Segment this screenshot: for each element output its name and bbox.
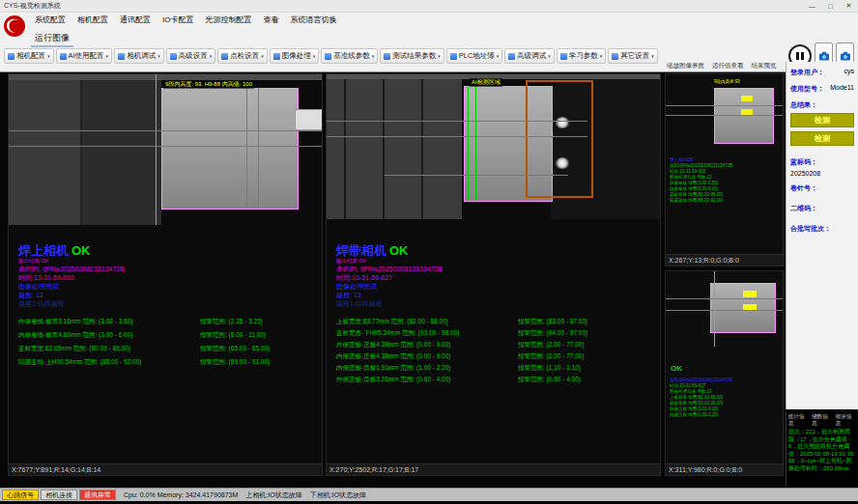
bluecode-value: 20250208: [790, 170, 854, 177]
toolbar-item-icon: [170, 53, 177, 60]
title-bar: CYS-视觉检测系统 — □ ✕: [0, 0, 858, 13]
measure-line-green: [327, 121, 587, 122]
mini-line: 陆露蓝线 范围(88.00-92.00): [670, 198, 732, 204]
tab-run-values[interactable]: 运行值查看: [712, 62, 744, 70]
status-badge: OK: [671, 364, 682, 373]
tab-zoom-image[interactable]: 缩放图像界面: [667, 62, 704, 70]
menu-item-io-config[interactable]: IO卡配置: [157, 14, 199, 25]
toolbar-item-ai-config[interactable]: AI使用配置▾: [56, 48, 113, 64]
toolbar-item-learning-params[interactable]: 学习参数▾: [557, 48, 607, 64]
toolbar-item-icon: [560, 53, 567, 60]
output-result: 输出结果:OK: [336, 258, 657, 265]
close-button[interactable]: ✕: [840, 0, 858, 12]
menu-item-language-switch[interactable]: 系统语言切换: [284, 14, 342, 25]
status-bar: 心跳信号 相机连接 通讯异常 Cpu: 0.0% Memory: 3424.41…: [0, 488, 858, 501]
app-window: CYS-视觉检测系统 — □ ✕ 系统配置 相机配置 通讯配置 IO卡配置 光源…: [0, 0, 858, 504]
measurement-row: 外侧正极-负极3.26mm 范围: (0.60 - 4.00)报警范围: (0.…: [336, 376, 657, 383]
chevron-down-icon: ▾: [651, 53, 654, 59]
toolbar-item-image-process[interactable]: 图像处理▾: [270, 48, 320, 64]
overlay-label: 9段内高度:93: [712, 79, 742, 84]
toolbar-item-camera-config[interactable]: 相机配置▾: [4, 48, 54, 64]
menu-item-system-config[interactable]: 系统配置: [29, 14, 72, 25]
mini-view-top[interactable]: 9段内高度:93 焊上相机OK 条码:0Ffiiw202502081331347…: [665, 73, 784, 266]
barcode-text: 条码码: 0Ffiiw2025020813313472B: [336, 265, 657, 273]
heartbeat-indicator: 心跳信号: [2, 490, 39, 500]
toolbar-item-spot-check[interactable]: 点检设置▾: [217, 48, 268, 64]
menu-bar: 系统配置 相机配置 通讯配置 IO卡配置 光源控制配置 查看 系统语言切换: [29, 13, 342, 26]
menu-item-comm-config[interactable]: 通讯配置: [114, 14, 157, 25]
tab-stats-info[interactable]: 统计信息: [788, 413, 809, 427]
measurement-row: 内侧正极-正极4.38mm 范围: (0.00 - 9.00)报警范围: (2.…: [336, 352, 657, 360]
camera-name: 焊上相机: [18, 243, 69, 258]
toolbar-item-icon: [221, 53, 228, 60]
output-result: 输出结果:OK: [18, 258, 318, 265]
detection-box-pink: [161, 88, 299, 210]
left-camera-image[interactable]: 9段内高度: 93. H9-88 内高值: 100: [9, 74, 322, 225]
toolbar-item-icon: [8, 53, 14, 60]
chevron-down-icon: ▾: [600, 53, 603, 59]
center-camera-view: AI检测区域 焊带相机OK 输出结果:OK 条码码: 0Ffiiw2025020…: [326, 73, 661, 476]
measurement-row: 蓝标宽度-下H95.24mm 范围: (93.00 - 98.00)报警范围: …: [336, 329, 657, 337]
measurement-text: 上极宽度:83.77mm 范围: (82.00 - 88.00): [336, 318, 518, 325]
chevron-down-icon: ▾: [548, 53, 551, 59]
toolbar-item-test-result-params[interactable]: 测试结果参数▾: [380, 48, 444, 64]
timestamp-text: 时间:13-31-59-600: [18, 273, 318, 282]
image-shape: [344, 79, 346, 219]
window-controls: — □ ✕: [803, 0, 858, 12]
alarm-range: 报警范围: (89.00 - 91.00): [200, 358, 318, 366]
crosshair-line-cyan: [156, 74, 157, 225]
toolbar-item-baseline-params[interactable]: 基准线参数▾: [321, 48, 378, 64]
measurement-text: 内侧正极-负极1.91mm 范围: (1.00 - 2.20): [336, 364, 518, 372]
measure-line-green: [9, 146, 322, 147]
stats-panel: 统计信息 绕数信息 错误信息 批次：222，批次检测间隔：17，批次分色阈值：0…: [786, 411, 858, 487]
toolbar-item-icon: [325, 53, 331, 60]
mini-view-bottom[interactable]: OK 条码:0Ffiiw2025020813313472B 时间:13-31-5…: [665, 270, 784, 476]
stats-log-text: 批次：222，批次检测间隔：17，批次分色阈值：0，批次图据联机分色阈值：202…: [788, 429, 856, 472]
comm-alarm-indicator: 通讯异常: [79, 490, 116, 500]
chevron-down-icon: ▾: [438, 53, 441, 59]
batch-label: 合批写批次：: [790, 224, 854, 234]
toolbar-item-other-settings[interactable]: 其它设置▾: [608, 48, 658, 64]
menu-item-camera-config[interactable]: 相机配置: [72, 14, 114, 25]
center-camera-image[interactable]: AI检测区域: [327, 74, 660, 219]
menu-item-view[interactable]: 查看: [257, 14, 284, 25]
overlay-label: AI检测区域: [470, 78, 502, 87]
toolbar-item-advanced-settings[interactable]: 高级设置▾: [166, 48, 216, 64]
image-shape: [9, 80, 82, 225]
tab-error-info[interactable]: 错误信息: [836, 413, 856, 427]
model-value[interactable]: Mode11: [830, 84, 854, 94]
pause-icon: [801, 52, 804, 60]
mini-result-lines: 焊上相机OK 条码:0Ffiiw2025020813313472B 时间:13-…: [670, 157, 732, 204]
spec-note: 规格1:特殊规格: [336, 299, 657, 308]
menu-item-light-config[interactable]: 光源控制配置: [199, 14, 257, 25]
measure-line-green: [468, 86, 469, 200]
upper-camera-status: 上相机:IO状态故障: [245, 490, 301, 500]
status-badge: OK: [389, 243, 409, 258]
lower-camera-status: 下相机:IO状态故障: [310, 490, 366, 500]
toolbar-item-icon: [118, 53, 125, 60]
bluecode-label: 蓝标码：: [790, 157, 854, 167]
overlay-label: 9段内高度: 93. H9-88 内高值: 100: [163, 80, 254, 89]
tab-result-preview[interactable]: 结果预览: [752, 62, 777, 70]
measurement-text: 外侧正极-负极3.26mm 范围: (0.60 - 4.00): [336, 376, 518, 383]
ai-region-box-orange: [526, 80, 593, 198]
image-shape: [421, 79, 423, 219]
toolbar-item-plc-address[interactable]: PLC地址簿▾: [446, 48, 503, 64]
model-label: 使用型号：: [790, 84, 824, 94]
info-sidebar: 登录用户： cys 使用型号： Mode11 总结果： 检测 检测 蓝标码： 2…: [786, 62, 858, 409]
measure-line-green: [9, 130, 322, 131]
measure-line-green: [666, 115, 783, 116]
toolbar-item-advanced-debug[interactable]: 高级调试▾: [504, 48, 555, 64]
measure-line-green: [666, 105, 783, 106]
alarm-range: 报警范围: (2.25 - 3.25): [200, 318, 318, 325]
toolbar-item-camera-debug[interactable]: 相机调试▾: [114, 48, 164, 64]
minimize-button[interactable]: —: [803, 0, 821, 12]
maximize-button[interactable]: □: [821, 0, 840, 12]
qrcode-label: 二维码：: [790, 204, 854, 213]
header: CYS-视觉检测系统 — □ ✕ 系统配置 相机配置 通讯配置 IO卡配置 光源…: [0, 0, 858, 72]
tab-winding-info[interactable]: 绕数信息: [812, 413, 832, 427]
run-image-tab[interactable]: 运行图像: [31, 31, 73, 47]
spec-count: 规数: 13: [336, 291, 657, 299]
result-title: 焊上相机OK: [18, 244, 318, 258]
barcode-text: 条码码: 0Ffiiw2025020813313472B: [18, 265, 318, 273]
